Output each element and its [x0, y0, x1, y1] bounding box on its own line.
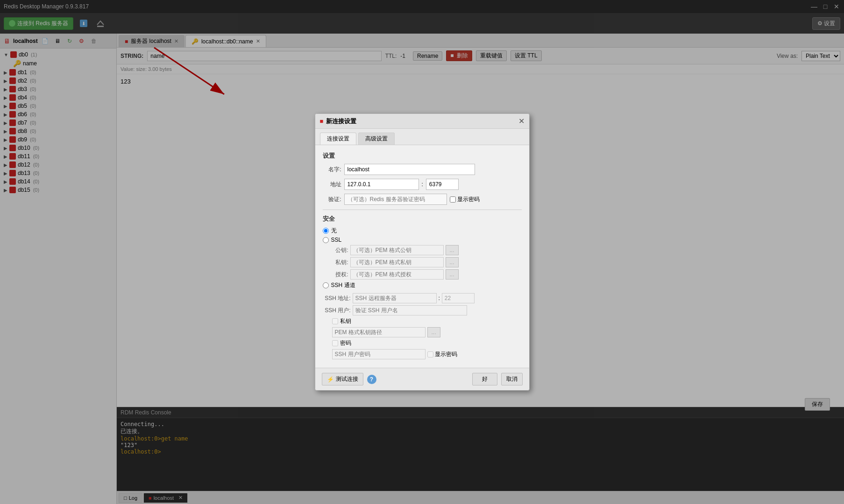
settings-section-title: 设置 — [323, 152, 522, 160]
ssh-user-row: SSH 用户: — [323, 305, 522, 315]
modal-logo-icon: ■ — [320, 118, 324, 125]
name-input[interactable] — [344, 164, 475, 175]
test-connection-button[interactable]: ⚡ 测试连接 — [322, 373, 363, 385]
privkey-input[interactable] — [350, 257, 444, 267]
modal-tab-advanced-label: 高级设置 — [365, 135, 388, 142]
modal-titlebar: ■ 新连接设置 ✕ — [315, 114, 529, 129]
ssh-user-input[interactable] — [353, 305, 467, 315]
authcert-label: 授权: — [332, 271, 348, 279]
address-input[interactable] — [344, 179, 419, 190]
auth-label: 验证: — [323, 196, 341, 203]
radio-none-row: 无 — [323, 227, 522, 235]
name-row: 名字: — [323, 164, 522, 175]
divider-1 — [323, 210, 522, 210]
ssh-section: SSH 地址: : SSH 用户: 私钥 — [323, 293, 522, 359]
modal-tab-connection[interactable]: 连接设置 — [320, 133, 356, 145]
modal-tab-advanced[interactable]: 高级设置 — [358, 133, 395, 145]
pem-browse-button[interactable]: ... — [427, 327, 440, 337]
ssh-show-pw-label[interactable]: 显示密码 — [427, 350, 457, 358]
name-label: 名字: — [323, 166, 341, 174]
radio-none-label: 无 — [331, 227, 337, 235]
ssh-addr-input[interactable] — [353, 293, 437, 303]
private-key-checkbox[interactable] — [332, 318, 338, 324]
authcert-browse-button[interactable]: ... — [446, 269, 459, 280]
pubkey-browse-button[interactable]: ... — [446, 245, 459, 255]
radio-ssl[interactable] — [323, 237, 329, 243]
modal-overlay[interactable]: ■ 新连接设置 ✕ 连接设置 高级设置 设置 名字: 地址 — [0, 0, 844, 504]
password-label: 密码 — [340, 339, 351, 347]
pubkey-label: 公钥: — [332, 246, 348, 254]
radio-ssh[interactable] — [323, 282, 329, 288]
help-icon[interactable]: ? — [367, 375, 376, 384]
ssh-port-input[interactable] — [442, 293, 475, 303]
pubkey-input[interactable] — [350, 245, 444, 255]
auth-input[interactable] — [344, 194, 447, 205]
authcert-row: 授权: ... — [332, 269, 522, 280]
show-pw-checkbox[interactable] — [450, 196, 456, 203]
modal-body: 设置 名字: 地址 : 验证: 显示密码 — [315, 145, 529, 368]
radio-ssl-label: SSL — [331, 237, 342, 243]
pem-input[interactable] — [332, 327, 426, 337]
show-pw-label[interactable]: 显示密码 — [450, 196, 480, 203]
authcert-input[interactable] — [350, 269, 444, 280]
private-key-label: 私钥 — [340, 317, 351, 325]
radio-ssl-row: SSL — [323, 237, 522, 243]
pubkey-row: 公钥: ... — [332, 245, 522, 255]
privkey-row: 私钥: ... — [332, 257, 522, 267]
password-checkbox[interactable] — [332, 340, 338, 346]
modal-title: ■ 新连接设置 — [320, 117, 357, 126]
ssh-port-colon: : — [439, 295, 440, 301]
ssh-show-pw-checkbox[interactable] — [427, 351, 433, 357]
ssh-sub-section: 私钥 ... 密码 — [332, 317, 522, 359]
modal-dialog: ■ 新连接设置 ✕ 连接设置 高级设置 设置 名字: 地址 — [315, 113, 530, 391]
security-title: 安全 — [323, 215, 522, 223]
port-colon: : — [422, 181, 423, 188]
radio-ssh-label: SSH 通道 — [331, 281, 355, 289]
auth-row: 验证: 显示密码 — [323, 194, 522, 205]
private-key-row: 私钥 — [332, 317, 522, 325]
privkey-label: 私钥: — [332, 259, 348, 266]
port-input[interactable] — [426, 179, 459, 190]
test-icon: ⚡ — [327, 376, 334, 383]
radio-none[interactable] — [323, 228, 329, 234]
ssh-addr-row: SSH 地址: : — [323, 293, 522, 303]
modal-tab-connection-label: 连接设置 — [327, 135, 349, 142]
modal-footer: ⚡ 测试连接 ? 好 取消 — [315, 368, 529, 390]
address-row: 地址 : — [323, 179, 522, 190]
footer-left: ⚡ 测试连接 ? — [322, 373, 376, 385]
cancel-button[interactable]: 取消 — [501, 373, 523, 385]
footer-right: 好 取消 — [472, 373, 523, 385]
password-row: 密码 — [332, 339, 522, 347]
ssh-addr-label: SSH 地址: — [323, 294, 351, 302]
pw-row: 显示密码 — [332, 349, 522, 359]
security-section: 安全 无 SSL 公钥: ... 私钥: — [323, 215, 522, 359]
privkey-browse-button[interactable]: ... — [446, 257, 459, 267]
modal-tabs: 连接设置 高级设置 — [315, 129, 529, 145]
ssl-options: 公钥: ... 私钥: ... 授权: ... — [332, 245, 522, 280]
pem-row: ... — [332, 327, 522, 337]
address-label: 地址 — [323, 181, 341, 189]
ssh-password-input[interactable] — [332, 349, 426, 359]
ssh-user-label: SSH 用户: — [323, 307, 351, 315]
radio-ssh-row: SSH 通道 — [323, 281, 522, 289]
modal-title-text: 新连接设置 — [326, 117, 356, 126]
ok-button[interactable]: 好 — [472, 373, 497, 385]
modal-close-button[interactable]: ✕ — [518, 117, 525, 126]
